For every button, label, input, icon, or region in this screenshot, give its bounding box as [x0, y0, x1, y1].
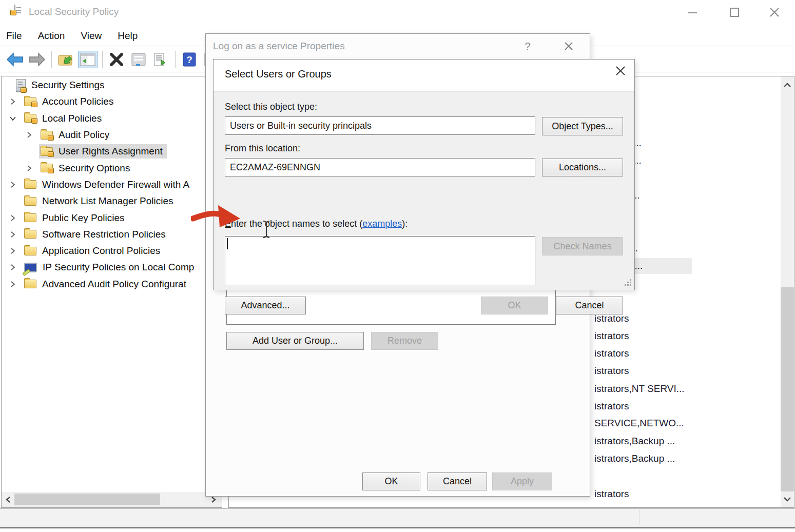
folder-icon	[24, 280, 36, 288]
folder-lock-icon	[41, 147, 53, 156]
resize-grip[interactable]	[625, 279, 632, 288]
tree-item-public-key-policies[interactable]: Public Key Policies	[1, 209, 206, 226]
folder-lock-icon	[24, 97, 36, 106]
object-type-label: Select this object type:	[225, 102, 317, 112]
select-ok-button[interactable]: OK	[481, 297, 548, 314]
title-bar: Local Security Policy	[0, 0, 795, 25]
object-types-button[interactable]: Object Types...	[542, 117, 623, 135]
minimize-button[interactable]	[685, 5, 700, 19]
export-icon[interactable]	[56, 51, 75, 68]
computer-key-icon	[24, 263, 37, 272]
chevron-right-icon[interactable]	[9, 231, 16, 238]
maximize-button[interactable]	[727, 5, 742, 19]
list-item[interactable]: SERVICE,NETWO...	[594, 416, 684, 430]
tree-item-security-settings[interactable]: Security Settings	[1, 77, 206, 93]
menu-view[interactable]: View	[81, 30, 102, 42]
list-item[interactable]: istrators,Backup ...	[594, 434, 675, 448]
tree-item-user-rights-assignment[interactable]: User Rights Assignment	[1, 143, 206, 160]
tree-item-account-policies[interactable]: Account Policies	[1, 93, 206, 110]
list-item[interactable]: istrators	[594, 346, 629, 361]
chevron-right-icon[interactable]	[9, 247, 16, 254]
location-label: From this location:	[225, 143, 300, 154]
tree-item-software-restriction[interactable]: Software Restriction Policies	[1, 226, 206, 243]
tree-item-local-policies[interactable]: Local Policies	[1, 110, 206, 127]
advanced-button[interactable]: Advanced...	[225, 297, 306, 314]
tree-item-windows-defender-firewall[interactable]: Windows Defender Firewall with A	[1, 176, 206, 193]
text-caret	[227, 238, 228, 249]
properties-apply-button[interactable]: Apply	[492, 472, 552, 490]
chevron-right-icon[interactable]	[9, 98, 16, 105]
select-cancel-button[interactable]: Cancel	[556, 297, 623, 314]
server-lock-icon	[16, 79, 26, 92]
list-item[interactable]: istrators,Backup ...	[594, 451, 675, 466]
list-item[interactable]: istrators	[594, 399, 629, 413]
vertical-scrollbar-thumb[interactable]	[781, 287, 794, 491]
list-item[interactable]: istrators	[594, 487, 629, 501]
local-security-policy-window: Local Security Policy File Action View H…	[0, 0, 795, 532]
scroll-down-icon[interactable]	[782, 492, 793, 506]
add-user-or-group-button[interactable]: Add User or Group...	[226, 332, 364, 350]
status-bar	[0, 508, 795, 528]
tree-item-application-control[interactable]: Application Control Policies	[1, 243, 206, 259]
toolbar-separator	[51, 51, 52, 68]
list-item[interactable]: istrators	[594, 364, 629, 378]
chevron-right-icon[interactable]	[9, 281, 16, 288]
folder-icon	[24, 247, 36, 255]
app-icon	[14, 5, 15, 14]
delete-icon[interactable]	[107, 51, 126, 68]
location-field[interactable]: EC2AMAZ-69ENNGN	[225, 158, 535, 176]
list-item[interactable]: istrators,NT SERVI...	[594, 382, 685, 396]
chevron-right-icon[interactable]	[9, 264, 16, 271]
object-names-input[interactable]	[225, 236, 535, 285]
tree-item-network-list-manager[interactable]: Network List Manager Policies	[1, 193, 206, 209]
help-question-icon[interactable]: ?	[520, 39, 535, 53]
chevron-right-icon[interactable]	[26, 131, 33, 139]
forward-icon[interactable]	[27, 51, 47, 68]
red-arrow-annotation	[191, 202, 242, 232]
locations-button[interactable]: Locations...	[542, 159, 623, 176]
menu-action[interactable]: Action	[38, 30, 65, 42]
tree-item-advanced-audit-policy[interactable]: Advanced Audit Policy Configurat	[1, 276, 206, 292]
dialog-close-icon[interactable]	[561, 39, 576, 53]
select-users-or-groups-dialog: Select Users or Groups Select this objec…	[213, 59, 635, 290]
menu-help[interactable]: Help	[118, 30, 138, 42]
menu-file[interactable]: File	[6, 30, 22, 42]
dialog-title: Select Users or Groups	[225, 68, 332, 80]
properties-icon[interactable]	[129, 51, 148, 68]
window-bottom-edge	[0, 527, 795, 528]
list-item[interactable]: istrators	[594, 329, 629, 343]
check-names-button[interactable]: Check Names	[542, 237, 623, 255]
show-console-tree-icon[interactable]	[78, 51, 98, 68]
window-title: Local Security Policy	[29, 6, 119, 17]
horizontal-scrollbar-thumb[interactable]	[14, 494, 160, 505]
chevron-down-icon[interactable]	[9, 115, 16, 122]
folder-icon	[24, 180, 36, 189]
folder-lock-icon	[41, 164, 53, 172]
close-button[interactable]	[767, 5, 782, 19]
chevron-right-icon[interactable]	[9, 214, 16, 222]
tree-item-ip-security-policies[interactable]: IP Security Policies on Local Comp	[1, 259, 206, 275]
examples-link[interactable]: examples	[362, 219, 402, 229]
export-list-icon[interactable]	[151, 51, 170, 68]
chevron-right-icon[interactable]	[9, 181, 16, 188]
toolbar-separator	[175, 51, 176, 68]
dialog-close-icon[interactable]	[613, 64, 628, 78]
folder-lock-icon	[41, 131, 53, 140]
properties-cancel-button[interactable]: Cancel	[428, 472, 487, 490]
tree-item-security-options[interactable]: Security Options	[1, 160, 206, 176]
tree-item-audit-policy[interactable]: Audit Policy	[1, 127, 206, 143]
properties-ok-button[interactable]: OK	[362, 472, 420, 490]
object-type-field[interactable]: Users or Built-in security principals	[225, 116, 535, 135]
dialog-body: Select this object type: Users or Built-…	[214, 91, 634, 290]
scroll-left-icon[interactable]	[3, 494, 13, 505]
folder-icon	[24, 197, 36, 206]
folder-icon	[24, 230, 36, 239]
help-icon[interactable]: ?	[180, 51, 199, 68]
remove-button[interactable]: Remove	[371, 332, 438, 350]
scroll-up-icon[interactable]	[782, 78, 793, 92]
svg-text:?: ?	[186, 54, 192, 65]
chevron-right-icon[interactable]	[26, 165, 33, 172]
status-bar-divider	[639, 510, 639, 525]
security-settings-tree: Security Settings Account Policies Local…	[1, 77, 206, 292]
back-icon[interactable]	[5, 51, 25, 68]
